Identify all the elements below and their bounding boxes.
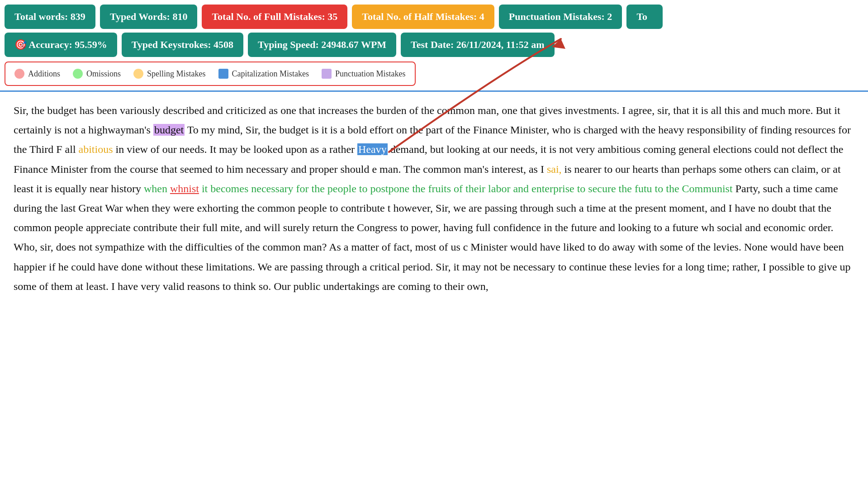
text-content: Sir, the budget has been variously descr… xyxy=(14,101,854,296)
additions-label: Additions xyxy=(28,69,60,79)
omissions-label: Omissions xyxy=(86,69,121,79)
header-section: Total words: 839 Typed Words: 810 Total … xyxy=(0,0,868,86)
spelling-label: Spelling Mistakes xyxy=(147,69,206,79)
highlight-abitious: abitious xyxy=(79,143,113,155)
accuracy-badge: 🎯 Accuracy: 95.59% xyxy=(5,33,117,57)
half-mistakes-badge: Total No. of Half Mistakes: 4 xyxy=(352,5,494,29)
highlight-when: when xyxy=(144,183,167,194)
highlight-budget: budget xyxy=(153,124,185,136)
cap-dot xyxy=(218,69,228,79)
highlight-postpone: postpone the fruits of their labor and xyxy=(370,183,529,194)
legend-additions: Additions xyxy=(14,69,60,79)
typed-words-badge: Typed Words: 810 xyxy=(100,5,198,29)
omissions-dot xyxy=(73,69,83,79)
legend-omissions: Omissions xyxy=(73,69,121,79)
cap-label: Capitalization Mistakes xyxy=(232,69,309,79)
stats-row1: Total words: 839 Typed Words: 810 Total … xyxy=(0,0,868,29)
spelling-dot xyxy=(133,69,143,79)
legend-bar: Additions Omissions Spelling Mistakes Ca… xyxy=(5,62,416,86)
typing-speed-badge: Typing Speed: 24948.67 WPM xyxy=(248,33,396,57)
highlight-sai: sai, xyxy=(547,163,562,175)
punct-label: Punctuation Mistakes xyxy=(335,69,406,79)
legend-punctuation: Punctuation Mistakes xyxy=(322,69,406,79)
keystrokes-badge: Typed Keystrokes: 4508 xyxy=(122,33,243,57)
highlight-whnist: whnist xyxy=(170,183,199,194)
stats-row2: 🎯 Accuracy: 95.59% Typed Keystrokes: 450… xyxy=(0,29,868,57)
additions-dot xyxy=(14,69,24,79)
punct-dot xyxy=(322,69,332,79)
total-extra-badge: To xyxy=(626,5,663,29)
punct-mistakes-badge: Punctuation Mistakes: 2 xyxy=(499,5,622,29)
legend-capitalization: Capitalization Mistakes xyxy=(218,69,309,79)
legend-spelling: Spelling Mistakes xyxy=(133,69,206,79)
highlight-to-the: to the xyxy=(655,183,679,194)
full-mistakes-badge: Total No. of Full Mistakes: 35 xyxy=(202,5,347,29)
highlight-communist: Communist xyxy=(682,183,733,194)
test-date-badge: Test Date: 26/11/2024, 11:52 am xyxy=(401,33,555,57)
content-area: Sir, the budget has been variously descr… xyxy=(0,90,868,305)
highlight-heavy: Heavy xyxy=(357,143,388,155)
highlight-enterprise: enterprise to secure the futu xyxy=(531,183,652,194)
highlight-it: it becomes necessary for the people to xyxy=(202,183,368,194)
total-words-badge: Total words: 839 xyxy=(5,5,95,29)
